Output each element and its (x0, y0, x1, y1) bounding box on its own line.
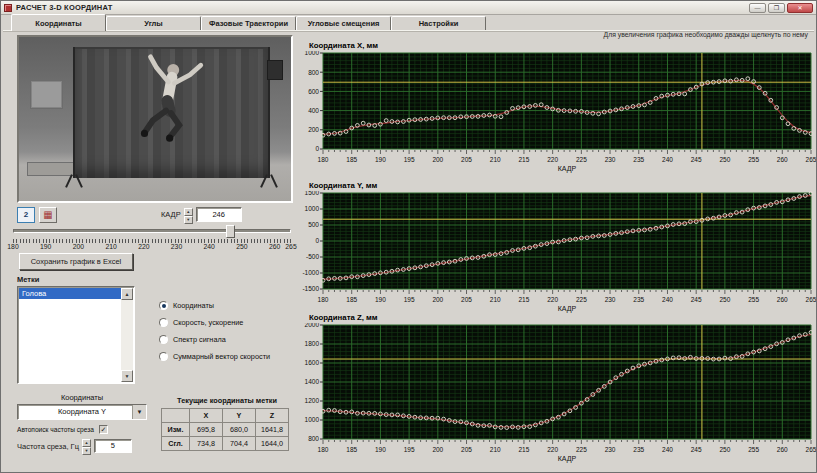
autosearch-checkbox[interactable]: ✓ (99, 425, 108, 434)
chart-plot-2[interactable]: 8001000120014001600180020001801851901952… (297, 323, 817, 463)
spin-down-icon[interactable]: ▼ (82, 447, 91, 455)
svg-text:190: 190 (375, 296, 386, 303)
autosearch-label: Автопоиск частоты среза (17, 426, 94, 433)
scroll-up-icon[interactable]: ▲ (121, 288, 133, 300)
save-to-excel-button[interactable]: Сохранить график в Excel (19, 253, 133, 270)
svg-text:220: 220 (547, 296, 558, 303)
frame-spinner: ▲ ▼ (184, 208, 193, 222)
radio-icon[interactable] (159, 318, 168, 327)
coordinate-select-label: Координаты (17, 393, 147, 402)
svg-text:235: 235 (633, 296, 644, 303)
svg-text:245: 245 (691, 296, 702, 303)
slider-label-210: 210 (105, 243, 116, 250)
cutoff-spinner: ▲ ▼ (82, 439, 91, 453)
table-cell: 704,4 (223, 437, 256, 451)
svg-text:1000: 1000 (305, 416, 320, 423)
svg-text:КАДР: КАДР (558, 455, 577, 463)
frame-control: КАДР ▲ ▼ 246 (161, 207, 242, 222)
svg-text:265: 265 (806, 446, 817, 453)
svg-text:400: 400 (308, 107, 319, 114)
export-table-button[interactable]: ▦ (39, 207, 57, 223)
marks-items: Голова (18, 288, 134, 299)
gym-window (30, 80, 63, 110)
svg-text:225: 225 (576, 156, 587, 163)
svg-text:1500: 1500 (305, 191, 320, 196)
svg-text:600: 600 (308, 88, 319, 95)
chart-title-2: Координата Z, мм (309, 313, 378, 322)
video-frame-view[interactable] (17, 35, 293, 203)
svg-text:260: 260 (777, 156, 788, 163)
svg-text:800: 800 (308, 435, 319, 442)
tab-2[interactable]: Фазовые Траектории (201, 16, 296, 31)
svg-text:205: 205 (461, 156, 472, 163)
radio-icon[interactable] (159, 352, 168, 361)
svg-text:230: 230 (605, 156, 616, 163)
camera-rig (267, 60, 283, 80)
tab-1[interactable]: Углы (106, 16, 201, 31)
radio-option-3[interactable]: Суммарный вектор скорости (159, 352, 295, 361)
chart-plot-1[interactable]: -1500-1000-50005001000150018018519019520… (297, 191, 817, 313)
frame-value-field[interactable]: 246 (196, 207, 242, 222)
svg-text:1200: 1200 (305, 397, 320, 404)
row-header: Сгл. (162, 437, 190, 451)
app-icon (4, 4, 12, 12)
slider-thumb[interactable] (226, 225, 235, 238)
svg-text:265: 265 (806, 156, 817, 163)
svg-text:245: 245 (691, 156, 702, 163)
grid-icon: ▦ (43, 209, 52, 220)
radio-option-1[interactable]: Скорость, ускорение (159, 318, 295, 327)
table-row: Изм.695,8680,01641,8 (162, 423, 289, 437)
slider-label-265: 265 (285, 243, 296, 250)
chart-plot-0[interactable]: 0200400600800100018018519019520020521021… (297, 51, 817, 173)
svg-text:250: 250 (719, 446, 730, 453)
tripod-left (73, 47, 75, 178)
marks-scrollbar[interactable]: ▲ ▼ (121, 288, 133, 382)
svg-text:230: 230 (605, 296, 616, 303)
list-item[interactable]: Голова (19, 288, 133, 299)
autosearch-row: Автопоиск частоты среза ✓ (17, 425, 157, 434)
spin-up-icon[interactable]: ▲ (82, 439, 91, 447)
chart-title-0: Координата X, мм (309, 41, 378, 50)
svg-text:190: 190 (375, 446, 386, 453)
svg-text:200: 200 (432, 446, 443, 453)
row-header: Изм. (162, 423, 190, 437)
radio-icon[interactable] (159, 301, 168, 310)
view-2-button[interactable]: 2 (17, 207, 35, 223)
svg-text:200: 200 (432, 296, 443, 303)
chart-title-1: Координата Y, мм (309, 181, 377, 190)
svg-text:220: 220 (547, 446, 558, 453)
radio-option-0[interactable]: Координаты (159, 301, 295, 310)
svg-text:210: 210 (490, 156, 501, 163)
table-cell: 1644,0 (256, 437, 289, 451)
spin-down-icon[interactable]: ▼ (184, 216, 193, 224)
charts-panel: Координата X, мм020040060080010001801851… (297, 1, 817, 473)
radio-option-2[interactable]: Спектр сигнала (159, 335, 295, 344)
table-row: Сгл.734,8704,41644,0 (162, 437, 289, 451)
table-cell: 695,8 (190, 423, 223, 437)
svg-text:1400: 1400 (305, 378, 320, 385)
slider-label-180: 180 (7, 243, 18, 250)
table-cell: 734,8 (190, 437, 223, 451)
frame-label: КАДР (161, 210, 181, 219)
slider-label-190: 190 (40, 243, 51, 250)
chevron-down-icon[interactable]: ▼ (132, 405, 146, 419)
coordinate-combobox[interactable]: Координата Y ▼ (17, 404, 147, 420)
current-coords-title: Текущие координаты метки (159, 396, 295, 405)
slider-tick-labels: 180190200210220230240250260265 (13, 243, 291, 252)
tab-0[interactable]: Координаты (11, 14, 106, 31)
svg-text:210: 210 (490, 446, 501, 453)
table-cell: 1641,8 (256, 423, 289, 437)
spin-up-icon[interactable]: ▲ (184, 208, 193, 216)
slider-track[interactable] (13, 229, 291, 233)
scroll-down-icon[interactable]: ▼ (121, 370, 133, 382)
svg-text:200: 200 (432, 156, 443, 163)
svg-text:225: 225 (576, 446, 587, 453)
svg-text:250: 250 (719, 296, 730, 303)
svg-text:260: 260 (777, 296, 788, 303)
radio-icon[interactable] (159, 335, 168, 344)
cutoff-value-field[interactable]: 5 (94, 439, 132, 453)
svg-text:265: 265 (806, 296, 817, 303)
radio-label: Спектр сигнала (173, 335, 226, 344)
svg-text:195: 195 (404, 156, 415, 163)
svg-text:205: 205 (461, 296, 472, 303)
